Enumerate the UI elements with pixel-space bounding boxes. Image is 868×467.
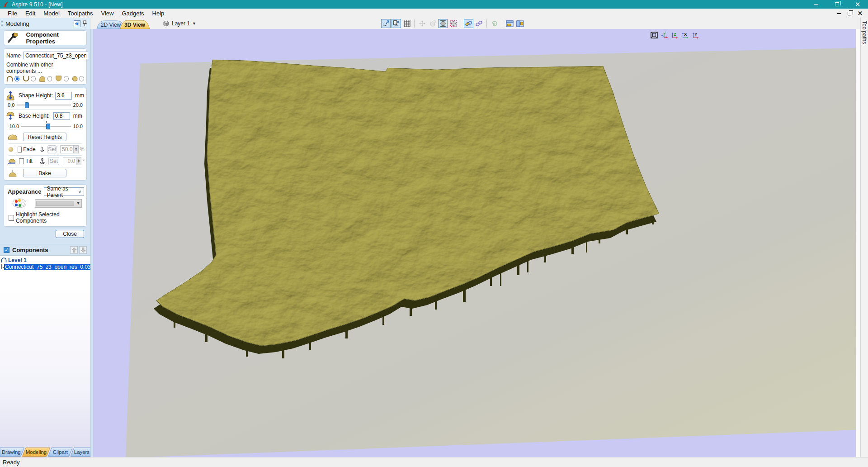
- restore-button[interactable]: [826, 0, 847, 9]
- layer-selector[interactable]: Layer 1 ▼: [163, 19, 196, 28]
- z-axis-view-icon[interactable]: Z: [671, 31, 679, 39]
- fade-set-button[interactable]: Set: [47, 145, 57, 153]
- component-properties-title: Component Properties: [26, 31, 86, 45]
- combine-merge-radio[interactable]: [47, 76, 52, 81]
- canvas-scrollbar-area[interactable]: [856, 29, 860, 457]
- toolpaths-tab-label[interactable]: Toolpaths: [861, 18, 868, 47]
- fade-label: Fade: [23, 146, 35, 152]
- group-link-icon[interactable]: [464, 19, 473, 28]
- shape-height-unit: mm: [75, 92, 84, 99]
- tab-3d-label[interactable]: 3D View: [124, 22, 145, 28]
- shape-height-slider[interactable]: [17, 102, 71, 108]
- component-color-dropdown[interactable]: ▼: [35, 199, 82, 208]
- shape-height-max: 20.0: [73, 102, 83, 108]
- axes-3d-icon[interactable]: Z: [660, 31, 669, 39]
- svg-text:X: X: [684, 32, 687, 37]
- combine-label: Combine with other components ...: [6, 62, 84, 74]
- move-selection-icon[interactable]: [417, 19, 427, 28]
- toolpaths-rail[interactable]: Toolpaths: [860, 18, 868, 457]
- move-down-button[interactable]: [79, 246, 87, 254]
- grid-icon[interactable]: [402, 19, 411, 28]
- item-visibility-checkbox[interactable]: [1, 264, 2, 269]
- close-panel-button[interactable]: Close: [56, 230, 84, 238]
- tile-vertical-icon[interactable]: [515, 19, 525, 28]
- combine-subtract-radio[interactable]: [31, 76, 36, 81]
- nest-objects-icon[interactable]: [490, 19, 499, 28]
- u-open-icon: [23, 76, 29, 82]
- dock-panel-icon[interactable]: [74, 20, 80, 27]
- tilt-label: Tilt: [25, 158, 33, 164]
- tile-horizontal-icon[interactable]: [505, 19, 514, 28]
- menu-gadgets[interactable]: Gadgets: [118, 9, 148, 18]
- fade-amount-spinner[interactable]: 50.0 ▲▼: [60, 145, 79, 153]
- component-name-input[interactable]: [24, 52, 88, 59]
- tilt-checkbox[interactable]: [19, 158, 24, 164]
- menu-model[interactable]: Model: [39, 9, 63, 18]
- shape-height-input[interactable]: [55, 92, 72, 100]
- panel-grip[interactable]: [1, 20, 3, 27]
- highlight-components-checkbox[interactable]: [9, 215, 14, 221]
- circle-selected-icon[interactable]: [438, 19, 448, 28]
- base-height-input[interactable]: [53, 112, 70, 120]
- appearance-group: Appearance Same as Parent ∨ ▼ Highligh: [4, 184, 87, 227]
- highlight-components-label: Highlight Selected Components: [16, 211, 84, 224]
- x-axis-view-icon[interactable]: X: [681, 31, 689, 39]
- mdi-minimize-button[interactable]: [837, 13, 841, 14]
- base-height-slider[interactable]: [21, 123, 71, 129]
- select-rectangle-icon[interactable]: [381, 19, 391, 28]
- tree-item-label[interactable]: Connecticut_75_z3_open_res_0.03: [4, 264, 90, 270]
- tab-2d-label[interactable]: 2D View: [101, 22, 121, 28]
- menu-help[interactable]: Help: [148, 9, 169, 18]
- tab-layers-label[interactable]: Layers: [74, 449, 90, 455]
- anchor-icon[interactable]: [40, 157, 45, 165]
- reset-heights-button[interactable]: Reset Heights: [23, 133, 66, 141]
- menu-file[interactable]: File: [4, 9, 21, 18]
- fade-checkbox[interactable]: [18, 147, 22, 152]
- combine-low-radio[interactable]: [64, 76, 69, 81]
- combine-multiply-radio[interactable]: [79, 76, 84, 81]
- mdi-restore-button[interactable]: [848, 12, 851, 15]
- fade-unit: %: [80, 146, 85, 152]
- minimize-button[interactable]: [806, 0, 826, 9]
- base-height-min: -10.0: [8, 124, 19, 129]
- sub-header: Modeling 2D View 3D View: [0, 18, 868, 29]
- pin-icon[interactable]: [82, 20, 87, 27]
- y-axis-view-icon[interactable]: Y: [692, 31, 700, 39]
- tree-item-row[interactable]: Connecticut_75_z3_open_res_0.03: [0, 263, 90, 270]
- bake-button[interactable]: Bake: [23, 169, 66, 177]
- base-height-icon: [6, 111, 15, 120]
- circle-marquee-icon[interactable]: [448, 19, 458, 28]
- 3d-view-canvas[interactable]: Z Z X Y: [93, 29, 856, 457]
- mdi-close-button[interactable]: ✕: [858, 10, 863, 17]
- combine-add-radio[interactable]: [14, 76, 19, 81]
- tilt-angle-spinner[interactable]: 0.0 ▲▼: [63, 157, 81, 165]
- mdi-window-controls: ✕: [837, 10, 868, 17]
- title-bar: Aspire 9.510 - [New] ✕: [0, 0, 868, 9]
- scale-circle-icon[interactable]: [428, 19, 437, 28]
- tab-drawing-label[interactable]: Drawing: [2, 449, 21, 455]
- palette-icon[interactable]: [12, 198, 27, 209]
- tilt-set-button[interactable]: Set: [48, 157, 59, 165]
- move-up-button[interactable]: [70, 246, 78, 254]
- dome-icon: [8, 134, 18, 140]
- fade-amount-value: 50.0: [61, 146, 73, 152]
- components-visibility-checkbox[interactable]: [4, 247, 9, 253]
- menu-edit[interactable]: Edit: [21, 9, 39, 18]
- tab-clipart-label[interactable]: Clipart: [53, 449, 68, 455]
- menu-toolpaths[interactable]: Toolpaths: [64, 9, 97, 18]
- tree-level-label[interactable]: Level 1: [8, 257, 27, 263]
- isometric-view-icon[interactable]: [650, 31, 658, 39]
- ruler-dimension-icon[interactable]: [392, 19, 401, 28]
- menu-view[interactable]: View: [97, 9, 118, 18]
- close-button[interactable]: ✕: [847, 0, 868, 9]
- appearance-label: Appearance: [8, 188, 41, 195]
- appearance-dropdown[interactable]: Same as Parent ∨: [44, 187, 84, 196]
- tab-modeling-label[interactable]: Modeling: [26, 449, 47, 455]
- name-combine-group: Name Combine with other components ...: [4, 48, 87, 85]
- tree-level-row[interactable]: Level 1: [0, 257, 90, 263]
- svg-text:Y: Y: [694, 32, 697, 37]
- layer-dropdown-arrow[interactable]: ▼: [192, 21, 196, 26]
- circle-filled-icon: [72, 76, 78, 82]
- ungroup-link-icon[interactable]: [474, 19, 484, 28]
- anchor-icon[interactable]: [40, 146, 44, 153]
